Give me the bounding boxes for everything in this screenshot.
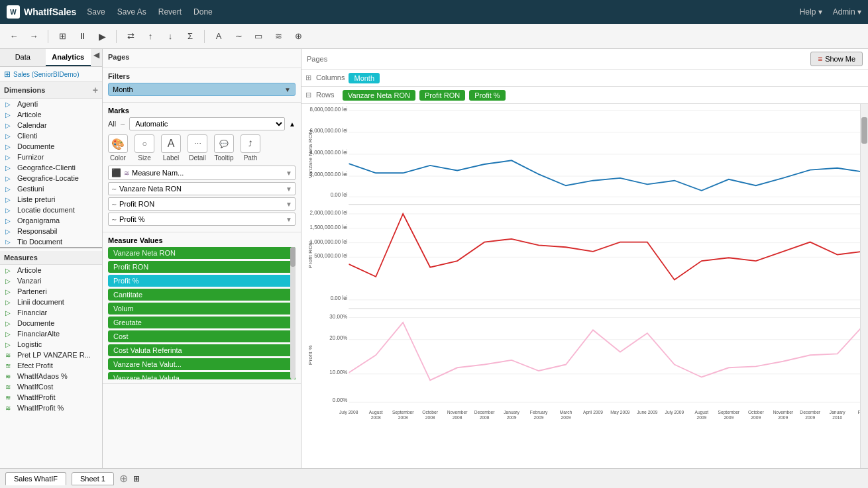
tab-data[interactable]: Data [0,49,46,66]
field-locatie-document[interactable]: ▷Locatie document [0,205,102,215]
dimensions-header[interactable]: Dimensions + [0,82,102,99]
label-icon[interactable]: A [161,134,181,153]
field-documente[interactable]: ▷Documente [0,141,102,152]
rows-profit-pct-pill[interactable]: Profit % [469,90,506,101]
measure-vanzari[interactable]: ▷Vanzari [0,275,102,286]
marks-field-vanzare-dropdown[interactable]: ▼ [286,185,292,193]
marks-field-profit[interactable]: ∼ Profit RON ▼ [108,197,296,211]
measure-logistic[interactable]: ▷Logistic [0,339,102,350]
tb-pause[interactable]: ⏸ [74,28,91,44]
field-liste-preturi[interactable]: ▷Liste preturi [0,194,102,205]
measure-linii-document[interactable]: ▷Linii document [0,297,102,307]
svg-text:July 2008: July 2008 [339,410,358,415]
menu-revert[interactable]: Revert [158,7,182,17]
mv-profit-pct[interactable]: Profit % [108,275,296,287]
tab-analytics[interactable]: Analytics [46,49,91,66]
mv-vanzare-neta-ron[interactable]: Vanzare Neta RON [108,247,296,259]
show-me-button[interactable]: ≡ Show Me [810,52,863,66]
mv-cantitate[interactable]: Cantitate [108,289,296,301]
path-icon[interactable]: ⤴ [241,134,260,153]
marks-type-select[interactable]: Automatic Line Bar [129,117,285,130]
marks-field-profit-dropdown[interactable]: ▼ [286,201,292,208]
sheet-tab-1[interactable]: Sheet 1 [72,472,114,485]
field-gestiuni[interactable]: ▷Gestiuni [0,183,102,194]
panel-collapse-btn[interactable]: ◀ [91,49,102,66]
menu-done[interactable]: Done [193,7,213,17]
filter-month[interactable]: Month ▼ [108,83,296,96]
tb-new-datasource[interactable]: ⊞ [54,28,71,44]
mv-greutate[interactable]: Greutate [108,317,296,328]
mv-volum[interactable]: Volum [108,303,296,315]
menu-save-as[interactable]: Save As [117,7,146,17]
marks-field-measure-names[interactable]: ⬛ ≋ Measure Nam... ▼ [108,166,296,180]
marks-field-dropdown[interactable]: ▼ [286,170,292,177]
rows-profit-ron-pill[interactable]: Profit RON [419,90,465,101]
measure-whatifprofit[interactable]: ≋WhatIfProfit [0,392,102,403]
measure-documente[interactable]: ▷Documente [0,318,102,328]
measure-whatifprofit-pct[interactable]: ≋WhatIfProfit % [0,403,102,413]
measure-articole[interactable]: ▷Articole [0,265,102,275]
mv-cost-valuta[interactable]: Cost Valuta Referinta [108,344,296,356]
add-sheet-button[interactable]: ⊕ [119,472,128,485]
marks-color-btn[interactable]: 🎨 Color [108,134,128,162]
rows-vanzare-pill[interactable]: Vanzare Neta RON [343,90,415,101]
data-source[interactable]: ⊞ Sales (SeniorBIDemo) [0,67,102,82]
mv-vanzare-neta-valuta[interactable]: Vanzare Neta Valuta [108,372,296,379]
measure-efect-profit[interactable]: ≋Efect Profit [0,360,102,371]
mv-cost[interactable]: Cost [108,330,296,342]
columns-month-pill[interactable]: Month [349,73,380,83]
field-furnizor[interactable]: ▷Furnizor [0,152,102,162]
field-responsabil[interactable]: ▷Responsabil [0,226,102,236]
measure-financiar[interactable]: ▷Financiar [0,307,102,318]
tb-highlight[interactable]: ∼ [230,28,247,44]
field-geografice-clienti[interactable]: ▷Geografice-Clienti [0,162,102,173]
marks-field-vanzare[interactable]: ∼ Vanzare Neta RON ▼ [108,182,296,195]
detail-icon[interactable]: ⋯ [188,134,207,153]
color-icon[interactable]: 🎨 [108,134,128,153]
tb-sort-desc[interactable]: ↓ [162,28,179,44]
tb-redo[interactable]: → [25,28,42,44]
measure-parteneri[interactable]: ▷Parteneri [0,286,102,297]
marks-label-btn[interactable]: A Label [161,134,181,162]
marks-field-profit-pct[interactable]: ∼ Profit % ▼ [108,213,296,226]
measure-pret-lp[interactable]: ≋Pret LP VANZARE R... [0,350,102,360]
marks-size-btn[interactable]: ○ Size [135,134,154,162]
measures-header[interactable]: Measures [0,251,102,265]
tb-undo[interactable]: ← [5,28,23,44]
tooltip-icon[interactable]: 💬 [214,134,234,153]
tb-sort-asc[interactable]: ↑ [142,28,159,44]
v-scrollbar[interactable] [860,104,868,468]
measures-separator [0,247,102,248]
marks-detail-btn[interactable]: ⋯ Detail [188,134,207,162]
field-agenti[interactable]: ▷Agenti [0,99,102,109]
help-menu[interactable]: Help ▾ [800,7,822,17]
field-geografice-locatie[interactable]: ▷Geografice-Locatie [0,173,102,183]
mv-vanzare-neta-valut[interactable]: Vanzare Neta Valut... [108,358,296,370]
tb-sum[interactable]: Σ [182,28,199,44]
add-dimension-btn[interactable]: + [93,85,98,95]
field-clienti[interactable]: ▷Clienti [0,130,102,141]
admin-menu[interactable]: Admin ▾ [833,7,861,17]
tb-marks[interactable]: ≋ [270,28,287,44]
field-tip-document[interactable]: ▷Tip Document [0,236,102,244]
sheet-tab-sales[interactable]: Sales WhatIF [5,472,66,485]
marks-tooltip-btn[interactable]: 💬 Tooltip [214,134,234,162]
measure-financiarAlte[interactable]: ▷FinanciarAlte [0,328,102,339]
field-articole[interactable]: ▷Articole [0,109,102,120]
tb-text[interactable]: A [210,28,227,44]
tb-swap[interactable]: ⇄ [122,28,139,44]
tb-run[interactable]: ▶ [93,28,111,44]
duplicate-sheet-button[interactable]: ⊞ [133,474,140,483]
size-icon[interactable]: ○ [135,134,154,153]
mv-profit-ron[interactable]: Profit RON [108,261,296,273]
v-scroll-thumb[interactable] [861,117,867,144]
marks-field-profit-pct-dropdown[interactable]: ▼ [286,216,292,223]
tb-border[interactable]: ▭ [250,28,267,44]
measure-whatifcost[interactable]: ≋WhatIfCost [0,381,102,392]
field-organigrama[interactable]: ▷Organigrama [0,215,102,226]
measure-whatifadaos[interactable]: ≋WhatIfAdaos % [0,371,102,381]
tb-tooltip[interactable]: ⊕ [290,28,307,44]
marks-path-btn[interactable]: ⤴ Path [241,134,260,162]
field-calendar[interactable]: ▷Calendar [0,120,102,130]
menu-save[interactable]: Save [87,7,105,17]
